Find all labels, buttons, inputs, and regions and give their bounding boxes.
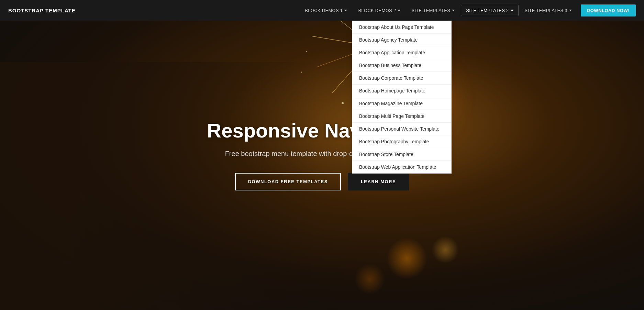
ambient-light-1 xyxy=(386,238,428,279)
svg-point-16 xyxy=(306,51,308,53)
nav-block-demos-2[interactable]: BLOCK DEMOS 2 xyxy=(353,5,405,16)
dropdown-item-personal-website[interactable]: Bootstrap Personal Website Template xyxy=(352,123,451,135)
dropdown-item-multi-page[interactable]: Bootstrap Multi Page Template xyxy=(352,110,451,123)
dropdown-item-magazine[interactable]: Bootstrap Magazine Template xyxy=(352,97,451,110)
caret-icon xyxy=(452,10,455,11)
learn-more-button[interactable]: LEARN MORE xyxy=(348,173,409,190)
nav-block-demos-1[interactable]: BLOCK DEMOS 1 xyxy=(300,5,352,16)
dropdown-item-store[interactable]: Bootstrap Store Template xyxy=(352,148,451,161)
caret-icon xyxy=(569,10,572,11)
dropdown-item-about-us[interactable]: Bootstrap About Us Page Template xyxy=(352,21,451,34)
download-free-templates-button[interactable]: DOWNLOAD FREE TEMPLATES xyxy=(235,173,341,190)
dropdown-item-homepage[interactable]: Bootstrap Homepage Template xyxy=(352,85,451,97)
nav-items: BLOCK DEMOS 1 BLOCK DEMOS 2 SITE TEMPLAT… xyxy=(89,5,577,16)
nav-site-templates[interactable]: SITE TEMPLATES xyxy=(407,5,459,16)
caret-icon xyxy=(511,10,513,11)
dropdown-item-corporate[interactable]: Bootstrap Corporate Template xyxy=(352,72,451,85)
nav-site-templates-2[interactable]: SITE TEMPLATES 2 xyxy=(461,5,518,16)
dropdown-item-web-application[interactable]: Bootstrap Web Application Template xyxy=(352,161,451,173)
ambient-light-3 xyxy=(354,264,385,295)
site-templates-2-dropdown: Bootstrap About Us Page Template Bootstr… xyxy=(352,21,452,174)
download-now-button[interactable]: DOWNLOAD NOW! xyxy=(581,4,636,16)
dropdown-item-business[interactable]: Bootstrap Business Template xyxy=(352,59,451,72)
dropdown-item-agency[interactable]: Bootstrap Agency Template xyxy=(352,34,451,46)
hero-section: Responsive Navbar Tem Free bootstrap men… xyxy=(0,0,644,310)
brand-logo: BOOTSTRAP TEMPLATE xyxy=(8,8,76,13)
dropdown-item-photography[interactable]: Bootstrap Photography Template xyxy=(352,135,451,148)
caret-icon xyxy=(398,10,400,11)
hero-buttons: DOWNLOAD FREE TEMPLATES LEARN MORE xyxy=(150,173,494,190)
dropdown-item-application[interactable]: Bootstrap Application Template xyxy=(352,46,451,59)
navbar: BOOTSTRAP TEMPLATE BLOCK DEMOS 1 BLOCK D… xyxy=(0,0,644,21)
caret-icon xyxy=(344,10,347,11)
ambient-light-2 xyxy=(432,236,459,264)
nav-site-templates-3[interactable]: SITE TEMPLATES 3 xyxy=(520,5,577,16)
